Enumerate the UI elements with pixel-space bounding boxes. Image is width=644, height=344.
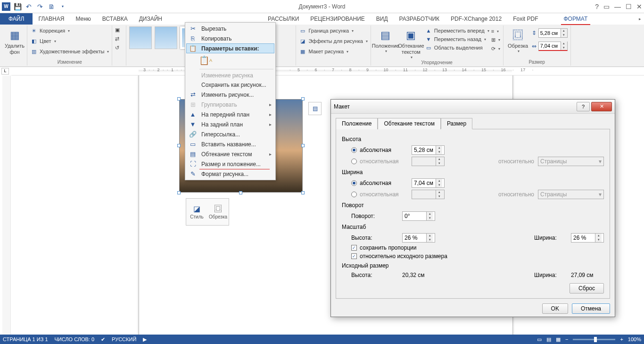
ctx-save-as-picture[interactable]: Сохранить как рисунок...: [186, 80, 274, 90]
style-thumb-2[interactable]: [155, 26, 177, 49]
ctx-cut[interactable]: ✂Вырезать: [186, 24, 274, 34]
dialog-tab-position[interactable]: Положение: [336, 118, 378, 129]
minimize-icon[interactable]: —: [614, 3, 621, 10]
close-icon[interactable]: ✕: [636, 3, 642, 10]
mini-crop-button[interactable]: ⿴Обрезка: [207, 199, 229, 225]
redo-icon[interactable]: ↷: [36, 2, 44, 11]
height-absolute-radio[interactable]: абсолютная: [351, 147, 408, 153]
lock-aspect-checkbox[interactable]: сохранить пропорции: [351, 244, 416, 251]
artistic-effects-button[interactable]: ▥Художественные эффекты▾: [30, 47, 109, 56]
color-button[interactable]: ◧Цвет▾: [30, 37, 56, 45]
word-count[interactable]: ЧИСЛО СЛОВ: 0: [55, 336, 95, 342]
page-indicator[interactable]: СТРАНИЦА 1 ИЗ 1: [3, 336, 48, 342]
send-backward-button[interactable]: ▼Переместить назад▾: [425, 35, 489, 43]
zoom-minus-icon[interactable]: −: [565, 336, 568, 342]
tab-insert[interactable]: ВСТАВКА: [97, 13, 133, 25]
position-button[interactable]: ▤Положение▾: [374, 26, 397, 54]
resize-handle-sw[interactable]: [177, 191, 181, 194]
ctx-send-back[interactable]: ▼На задний план▸: [186, 119, 274, 129]
tab-view[interactable]: ВИД: [371, 13, 394, 25]
tab-format[interactable]: ФОРМАТ: [558, 13, 594, 25]
dialog-help-button[interactable]: ?: [577, 102, 590, 111]
height-input[interactable]: 5,28 см▴▾: [538, 28, 568, 38]
wrap-text-button[interactable]: ▣Обтекание текстом▾: [399, 26, 423, 60]
ctx-bring-front[interactable]: ▲На передний план▸: [186, 109, 274, 119]
ctx-copy[interactable]: ⎘Копировать: [186, 34, 274, 43]
ribbon-nav-next-icon[interactable]: ▸: [636, 17, 644, 21]
align-icon[interactable]: ≡▾: [491, 28, 500, 34]
tab-file[interactable]: ФАЙЛ: [0, 13, 33, 25]
width-absolute-radio[interactable]: абсолютная: [351, 180, 408, 186]
dialog-close-button[interactable]: ✕: [591, 102, 612, 111]
scale-height-input[interactable]: ▴▾: [402, 233, 435, 243]
relative-original-checkbox[interactable]: относительно исходного размера: [351, 253, 447, 260]
cancel-button[interactable]: Отмена: [572, 303, 610, 314]
layout-options-button[interactable]: ▤: [308, 102, 322, 115]
ctx-format-picture[interactable]: ✎Формат рисунка...: [186, 169, 274, 179]
dialog-titlebar[interactable]: Макет ? ✕: [331, 100, 615, 114]
picture-layout-button[interactable]: ▦Макет рисунка▾: [299, 47, 348, 56]
tab-menu[interactable]: Меню: [70, 13, 96, 25]
crop-button[interactable]: ⿴Обрезка▾: [506, 26, 530, 54]
resize-handle-s[interactable]: [239, 191, 242, 194]
rotate-icon[interactable]: ⟳▾: [491, 45, 500, 52]
vertical-ruler[interactable]: [2, 76, 11, 335]
compress-icon[interactable]: ▣: [115, 26, 120, 34]
tab-selector[interactable]: L: [1, 68, 9, 75]
dialog-tab-size[interactable]: Размер: [441, 118, 472, 129]
bring-forward-button[interactable]: ▲Переместить вперед▾: [425, 26, 489, 35]
paste-option-icon[interactable]: 📋A: [199, 54, 212, 67]
resize-handle-ne[interactable]: [301, 97, 305, 101]
selection-pane-button[interactable]: ▭Область выделения: [425, 43, 489, 52]
new-doc-icon[interactable]: 🗎: [47, 2, 56, 11]
tab-developer[interactable]: РАЗРАБОТЧИК: [394, 13, 446, 25]
tab-review[interactable]: РЕЦЕНЗИРОВАНИЕ: [305, 13, 370, 25]
horizontal-ruler[interactable]: 3 · · 2 · · 1 · · · 5 · 6 · 7 · 8 · 9 · …: [11, 67, 644, 76]
reset-button[interactable]: Сброс: [570, 283, 604, 294]
view-web-icon[interactable]: ▦: [556, 336, 561, 343]
tab-home[interactable]: ГЛАВНАЯ: [33, 13, 70, 25]
reset-pic-icon[interactable]: ↺: [115, 44, 119, 51]
ctx-hyperlink[interactable]: 🔗Гиперссылка...: [186, 129, 274, 139]
width-relative-radio[interactable]: относительная: [351, 191, 408, 198]
scale-width-input[interactable]: ▴▾: [571, 233, 604, 243]
style-thumb-1[interactable]: [129, 26, 152, 49]
ok-button[interactable]: OK: [542, 303, 568, 314]
view-readmode-icon[interactable]: ▭: [537, 336, 542, 343]
dialog-tab-wrap[interactable]: Обтекание текстом: [378, 118, 440, 129]
spellcheck-icon[interactable]: ✔: [101, 336, 105, 343]
mini-style-button[interactable]: ◪Стиль: [186, 199, 207, 225]
picture-effects-button[interactable]: ◪Эффекты для рисунка▾: [299, 37, 367, 45]
resize-handle-se[interactable]: [301, 191, 305, 194]
width-absolute-input[interactable]: ▴▾: [412, 178, 445, 188]
zoom-slider[interactable]: [573, 339, 615, 340]
picture-border-button[interactable]: ▭Граница рисунка▾: [299, 26, 354, 35]
rotation-input[interactable]: ▴▾: [402, 211, 435, 221]
ctx-change-picture[interactable]: ⇄Изменить рисунок...: [186, 90, 274, 100]
ctx-wrap-text[interactable]: ▤Обтекание текстом▸: [186, 149, 274, 159]
remove-bg-button[interactable]: ▦ Удалить фон: [3, 26, 26, 55]
corrections-button[interactable]: ☀Коррекция▾: [30, 26, 70, 35]
zoom-plus-icon[interactable]: +: [620, 336, 623, 342]
tab-pdfxchange[interactable]: PDF-XChange 2012: [445, 13, 507, 25]
ctx-size-position[interactable]: ⛶Размер и положение...: [186, 159, 274, 169]
help-icon[interactable]: ?: [595, 3, 599, 10]
macro-icon[interactable]: ▶: [143, 336, 147, 343]
resize-handle-w[interactable]: [177, 144, 181, 147]
view-print-icon[interactable]: ▤: [546, 336, 551, 343]
group-icon[interactable]: ⊞▾: [491, 36, 500, 43]
save-icon[interactable]: 💾: [13, 2, 22, 11]
language-indicator[interactable]: РУССКИЙ: [112, 336, 136, 342]
height-relative-radio[interactable]: относительная: [351, 158, 408, 165]
maximize-icon[interactable]: ☐: [626, 3, 632, 10]
change-pic-icon[interactable]: ⇄: [115, 35, 119, 42]
resize-handle-e[interactable]: [301, 144, 305, 147]
tab-design[interactable]: ДИЗАЙН: [133, 13, 168, 25]
ctx-insert-caption[interactable]: ▭Вставить название...: [186, 139, 274, 149]
undo-icon[interactable]: ↶: [25, 2, 33, 11]
width-input[interactable]: 7,04 см▴▾: [538, 42, 568, 51]
resize-handle-nw[interactable]: [177, 97, 181, 101]
zoom-level[interactable]: 100%: [628, 336, 641, 342]
ribbon-options-icon[interactable]: ▭: [603, 3, 610, 10]
height-absolute-input[interactable]: ▴▾: [412, 145, 445, 155]
